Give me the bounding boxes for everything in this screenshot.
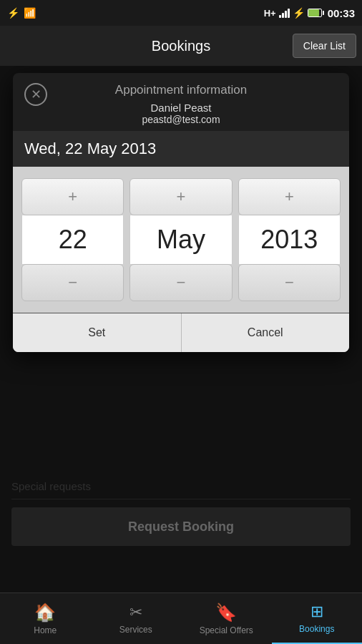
nav-item-home[interactable]: 🏠 Home — [0, 593, 91, 644]
year-increment-button[interactable]: + — [238, 178, 341, 215]
main-content: Appointment information Daniel Peast pea… — [0, 66, 362, 592]
nav-item-special-offers[interactable]: 🔖 Special Offers — [181, 593, 272, 644]
signal-icon — [279, 8, 290, 18]
time-display: 00:33 — [328, 7, 355, 19]
modal-actions: Set Cancel — [13, 313, 349, 352]
page-title: Bookings — [152, 38, 210, 54]
home-icon: 🏠 — [34, 602, 56, 623]
nav-label-home: Home — [34, 625, 57, 635]
battery-icon — [308, 9, 322, 17]
month-value: May — [129, 215, 232, 264]
hplus-icon: H+ — [264, 8, 276, 19]
cancel-date-button[interactable]: Cancel — [182, 313, 350, 352]
usb-icon: ⚡ — [7, 7, 19, 19]
day-increment-button[interactable]: + — [21, 178, 124, 215]
services-icon: ✂ — [129, 603, 142, 622]
day-value: 22 — [21, 215, 124, 264]
nav-item-bookings[interactable]: ⊞ Bookings — [272, 593, 363, 644]
date-picker-modal: ✕ Appointment information Daniel Peast p… — [13, 73, 349, 352]
date-display-row: Wed, 22 May 2013 — [13, 131, 349, 167]
month-minus-icon: − — [177, 273, 186, 292]
modal-header: ✕ Appointment information Daniel Peast p… — [13, 73, 349, 131]
day-decrement-button[interactable]: − — [21, 264, 124, 301]
month-plus-icon: + — [177, 187, 186, 206]
status-icons-left: ⚡ 📶 — [7, 7, 36, 19]
app-header: Bookings Clear List — [0, 26, 362, 66]
set-date-button[interactable]: Set — [13, 313, 182, 352]
close-icon: ✕ — [31, 87, 41, 102]
modal-user-email: peastd@test.com — [47, 114, 315, 125]
date-display-text: Wed, 22 May 2013 — [24, 140, 338, 158]
wifi-icon: 📶 — [24, 7, 36, 19]
nav-item-services[interactable]: ✂ Services — [91, 593, 182, 644]
picker-area: + 22 − + May − — [13, 167, 349, 313]
charging-icon: ⚡ — [293, 7, 305, 19]
nav-label-special-offers: Special Offers — [200, 625, 253, 635]
modal-backdrop: ✕ Appointment information Daniel Peast p… — [0, 66, 362, 592]
nav-label-services: Services — [119, 625, 152, 635]
day-minus-icon: − — [68, 273, 77, 292]
status-bar: ⚡ 📶 H+ ⚡ 00:33 — [0, 0, 362, 26]
day-plus-icon: + — [68, 187, 77, 206]
bottom-nav: 🏠 Home ✂ Services 🔖 Special Offers ⊞ Boo… — [0, 592, 362, 644]
status-icons-right: H+ ⚡ 00:33 — [264, 7, 355, 19]
year-value: 2013 — [238, 215, 341, 264]
modal-title-area: Appointment information Daniel Peast pea… — [47, 83, 338, 125]
bookings-icon: ⊞ — [310, 602, 323, 621]
clear-list-button[interactable]: Clear List — [293, 34, 356, 58]
day-picker-column: + 22 − — [21, 178, 124, 301]
nav-label-bookings: Bookings — [299, 624, 334, 634]
year-picker-column: + 2013 − — [238, 178, 341, 301]
year-decrement-button[interactable]: − — [238, 264, 341, 301]
year-minus-icon: − — [285, 273, 294, 292]
close-modal-button[interactable]: ✕ — [24, 83, 47, 106]
month-picker-column: + May − — [129, 178, 232, 301]
modal-user-name: Daniel Peast — [47, 102, 315, 114]
month-increment-button[interactable]: + — [129, 178, 232, 215]
modal-title: Appointment information — [47, 83, 315, 97]
special-offers-icon: 🔖 — [215, 602, 237, 623]
month-decrement-button[interactable]: − — [129, 264, 232, 301]
year-plus-icon: + — [285, 187, 294, 206]
